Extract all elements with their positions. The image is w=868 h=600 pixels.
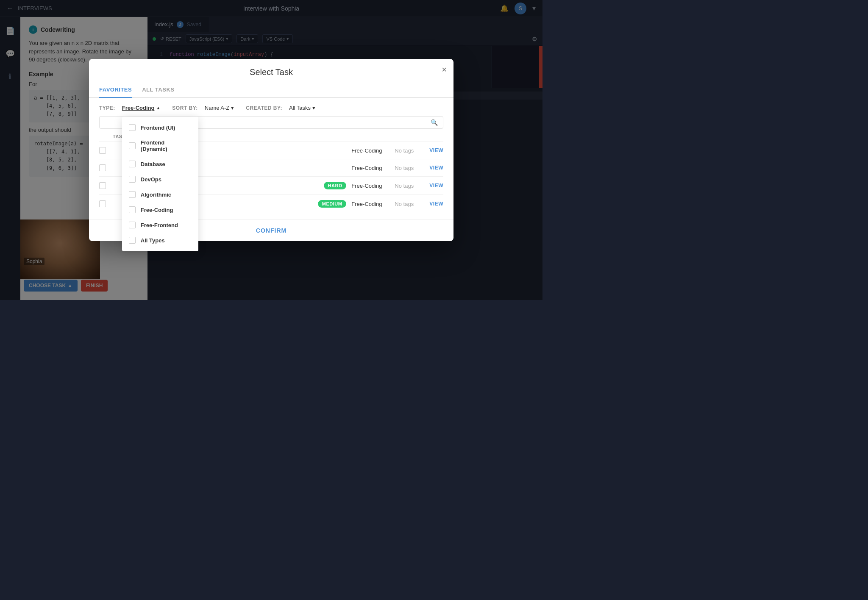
created-filter[interactable]: All Tasks ▾ (289, 105, 315, 111)
task-view-2[interactable]: VIEW (429, 165, 443, 171)
task-view-4[interactable]: VIEW (429, 201, 443, 207)
dropdown-item-database[interactable]: Database (122, 156, 198, 172)
dropdown-checkbox-free-coding[interactable] (129, 206, 136, 213)
created-label: CREATED BY: (246, 105, 282, 111)
task-checkbox-1[interactable] (99, 147, 106, 154)
dropdown-checkbox-devops[interactable] (129, 176, 136, 183)
modal-tabs: FAVORITES ALL TASKS (89, 82, 453, 98)
search-icon: 🔍 (431, 119, 438, 126)
dropdown-checkbox-frontend-ui[interactable] (129, 124, 136, 131)
modal-body: TYPE: Free-Coding ▲ Frontend (UI) Fronte… (89, 98, 453, 219)
modal-header: Select Task × (89, 59, 453, 77)
filter-row: TYPE: Free-Coding ▲ Frontend (UI) Fronte… (99, 105, 443, 111)
dropdown-item-free-frontend[interactable]: Free-Frontend (122, 217, 198, 233)
dropdown-item-free-coding[interactable]: Free-Coding (122, 202, 198, 217)
dropdown-checkbox-database[interactable] (129, 161, 136, 167)
task-view-3[interactable]: VIEW (429, 183, 443, 189)
task-tags-3: No tags (395, 183, 424, 189)
task-type-1: Free-Coding (351, 147, 389, 154)
task-type-3: Free-Coding (351, 183, 389, 189)
dropdown-checkbox-algorithmic[interactable] (129, 191, 136, 198)
task-badge-hard: HARD (324, 182, 347, 189)
dropdown-item-all-types[interactable]: All Types (122, 233, 198, 248)
task-checkbox-3[interactable] (99, 182, 106, 189)
dropdown-checkbox-frontend-dynamic[interactable] (129, 142, 136, 149)
confirm-button[interactable]: CONFIRM (256, 227, 287, 234)
select-task-modal: Select Task × FAVORITES ALL TASKS TYPE: … (89, 59, 453, 241)
type-dropdown-menu: Frontend (UI) Frontend (Dynamic) Databas… (122, 117, 198, 251)
task-tags-4: No tags (395, 201, 424, 207)
modal-close-button[interactable]: × (442, 65, 447, 75)
dropdown-checkbox-free-frontend[interactable] (129, 222, 136, 228)
sort-filter[interactable]: Name A-Z ▾ (205, 105, 234, 111)
tab-favorites[interactable]: FAVORITES (99, 82, 132, 98)
sort-arrow-icon: ▾ (231, 105, 234, 111)
dropdown-item-devops[interactable]: DevOps (122, 172, 198, 187)
created-arrow-icon: ▾ (312, 105, 315, 111)
task-view-1[interactable]: VIEW (429, 147, 443, 153)
task-checkbox-4[interactable] (99, 200, 106, 207)
task-type-4: Free-Coding (351, 201, 389, 207)
dropdown-item-algorithmic[interactable]: Algorithmic (122, 187, 198, 202)
dropdown-checkbox-all-types[interactable] (129, 237, 136, 244)
dropdown-item-frontend-dynamic[interactable]: Frontend (Dynamic) (122, 135, 198, 156)
tab-all-tasks[interactable]: ALL TASKS (142, 82, 174, 98)
dropdown-item-frontend-ui[interactable]: Frontend (UI) (122, 120, 198, 135)
type-label: TYPE: (99, 105, 115, 111)
task-badge-medium: MEDIUM (318, 200, 347, 208)
modal-title: Select Task (99, 67, 443, 77)
task-checkbox-2[interactable] (99, 164, 106, 171)
sort-label: SORT BY: (172, 105, 198, 111)
type-arrow-icon: ▲ (156, 106, 160, 110)
task-tags-1: No tags (395, 147, 424, 154)
task-tags-2: No tags (395, 165, 424, 171)
task-type-2: Free-Coding (351, 165, 389, 171)
type-filter[interactable]: Free-Coding ▲ Frontend (UI) Frontend (Dy… (122, 105, 160, 111)
modal-overlay: Select Task × FAVORITES ALL TASKS TYPE: … (0, 0, 542, 300)
